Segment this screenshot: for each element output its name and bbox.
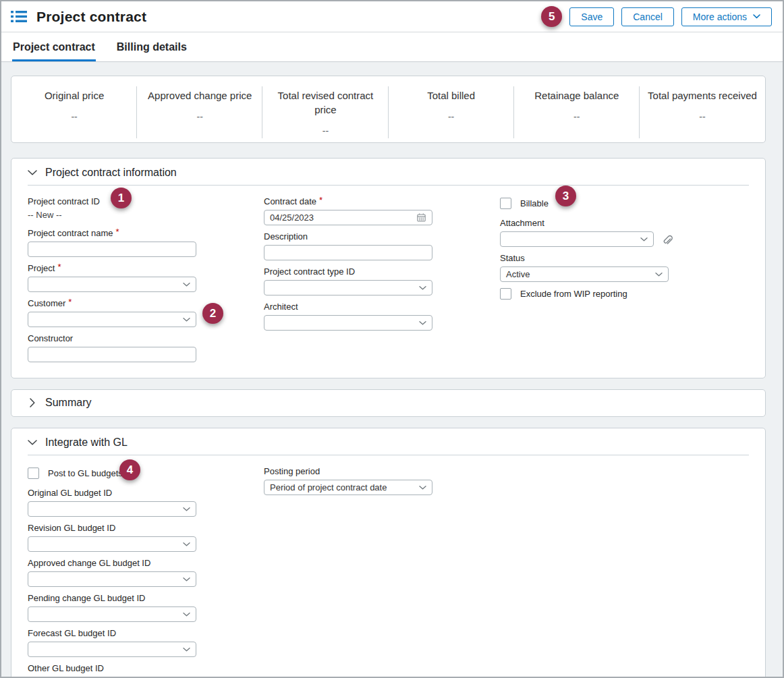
status-select[interactable]: Active [500,266,669,282]
column-left: Post to GL budgets Original GL budget ID… [28,466,196,678]
band-total-payments-received: Total payments received -- [640,76,765,142]
description-input[interactable] [264,245,432,260]
band-label: Original price [18,88,130,103]
project-select[interactable] [28,277,196,292]
title-bar: Project contract 5 Save Cancel More acti… [1,1,783,32]
label-text: Project [28,263,55,273]
billable-label: Billable [520,198,549,208]
callout-badge-5: 5 [541,6,562,27]
chevron-down-icon [753,14,760,19]
revision-gl-budget-label: Revision GL budget ID [28,523,196,533]
required-marker: * [68,298,72,306]
required-marker: * [319,196,323,204]
chevron-down-icon [419,321,426,325]
column-left: Project contract ID -- New -- Project co… [28,196,196,368]
label-text: Project contract name [28,228,113,238]
original-gl-budget-select[interactable] [28,501,196,517]
chevron-down-icon [640,237,648,242]
project-contract-name-label: Project contract name * [28,228,196,238]
band-label: Total revised contract price [271,88,379,117]
contract-date-input[interactable]: 04/25/2023 [264,210,432,225]
section-header-integrate-gl[interactable]: Integrate with GL [28,436,749,455]
attachment-select[interactable] [500,231,654,247]
chevron-down-icon [419,286,426,290]
page-content: Original price -- Approved change price … [1,62,783,678]
customer-label: Customer * [28,298,196,308]
band-value: -- [18,111,130,122]
cancel-button[interactable]: Cancel [621,7,674,26]
forecast-gl-budget-select[interactable] [28,642,196,657]
select-value: Active [506,269,530,279]
section-header-summary[interactable]: Summary [28,397,749,409]
tab-bar: Project contract Billing details [1,32,783,62]
posting-period-label: Posting period [264,466,432,476]
chevron-down-icon [183,283,190,287]
section-title: Summary [45,397,91,409]
label-text: Contract date [264,196,316,206]
approved-change-gl-budget-label: Approved change GL budget ID [28,558,196,568]
posting-period-select[interactable]: Period of project contract date [264,480,432,495]
post-to-gl-budgets-checkbox[interactable] [28,468,39,479]
tab-billing-details[interactable]: Billing details [116,41,188,61]
project-contract-type-select[interactable] [264,280,432,295]
post-to-gl-budgets-label: Post to GL budgets [48,468,123,478]
more-actions-button[interactable]: More actions [681,7,772,26]
band-value: -- [269,125,381,136]
constructor-input[interactable] [28,347,196,362]
band-value: -- [646,111,758,122]
chevron-down-icon [183,318,190,322]
exclude-wip-label: Exclude from WIP reporting [520,289,627,299]
totals-band: Original price -- Approved change price … [11,76,766,143]
select-value: Period of project contract date [270,482,387,492]
architect-label: Architect [264,302,432,312]
band-total-revised-price: Total revised contract price -- [262,76,388,142]
architect-select[interactable] [264,315,432,331]
contract-date-label: Contract date * [264,196,432,206]
pending-change-gl-budget-select[interactable] [28,606,196,622]
section-contract-information: 1 2 3 Project contract information Proje… [11,158,766,378]
callout-badge-1: 1 [111,188,132,208]
section-summary: Summary [11,389,766,417]
chevron-down-icon [183,507,190,511]
section-title: Project contract information [45,167,177,179]
description-label: Description [264,231,432,242]
project-contract-name-input[interactable] [28,242,196,257]
calendar-icon[interactable] [416,213,426,223]
tab-project-contract[interactable]: Project contract [12,41,96,61]
other-gl-budget-label: Other GL budget ID [28,663,196,673]
revision-gl-budget-select[interactable] [28,536,196,552]
page-title: Project contract [36,9,146,25]
section-integrate-gl: 4 Integrate with GL Post to GL budgets O… [11,428,766,678]
original-gl-budget-label: Original GL budget ID [28,488,196,498]
band-label: Approved change price [144,88,256,103]
section-header-contract-information[interactable]: Project contract information [28,167,749,186]
chevron-down-icon [183,577,190,582]
billable-checkbox[interactable] [500,198,511,209]
band-value: -- [395,111,507,122]
callout-badge-3: 3 [555,186,576,206]
approved-change-gl-budget-select[interactable] [28,571,196,587]
paperclip-icon[interactable] [661,233,673,246]
chevron-down-icon [183,648,190,652]
project-label: Project * [28,263,196,273]
callout-badge-2: 2 [202,303,223,324]
chevron-down-icon [183,613,190,617]
band-total-billed: Total billed -- [389,76,514,142]
attachment-label: Attachment [500,218,729,228]
band-value: -- [144,111,256,122]
constructor-label: Constructor [28,333,196,343]
pending-change-gl-budget-label: Pending change GL budget ID [28,593,196,603]
customer-select[interactable] [28,312,196,327]
exclude-wip-checkbox[interactable] [500,288,511,300]
required-marker: * [115,228,119,235]
band-label: Total billed [395,88,507,103]
required-marker: * [57,263,61,271]
chevron-down-icon [655,273,663,277]
callout-badge-4: 4 [119,459,140,480]
menu-list-icon[interactable] [11,10,27,23]
band-label: Retainage balance [521,88,633,103]
save-button[interactable]: Save [569,7,614,26]
date-value: 04/25/2023 [270,213,314,223]
section-title: Integrate with GL [45,436,128,449]
band-label: Total payments received [646,88,758,103]
